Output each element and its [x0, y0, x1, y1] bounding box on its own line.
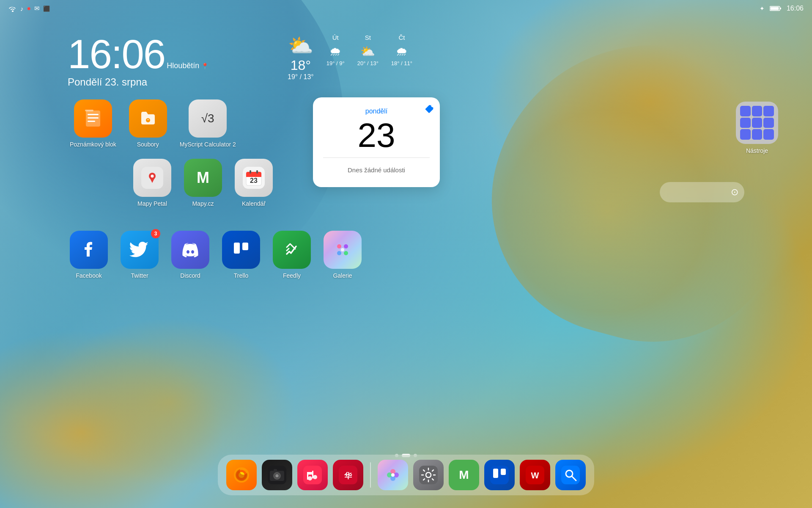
- nastroje-cell-9: [763, 129, 774, 140]
- dock-divider: [370, 462, 371, 488]
- dock-item-firefox[interactable]: [226, 460, 257, 490]
- tomato-icon: ●: [27, 5, 31, 12]
- dock-item-mapy[interactable]: M: [449, 460, 479, 490]
- app-item-feedly[interactable]: Feedly: [273, 231, 311, 279]
- dock-item-trello-dock[interactable]: [484, 460, 515, 490]
- dock-item-settings[interactable]: [413, 460, 444, 490]
- svg-point-34: [275, 474, 279, 478]
- dock-music-icon: [297, 460, 328, 490]
- calculator-icon: √3: [189, 99, 227, 138]
- weather-temp: 18°: [291, 58, 311, 73]
- calendar-app-icon: 23: [235, 159, 273, 197]
- weather-day-2: St ⛅ 20° / 13°: [357, 34, 379, 66]
- gallery-icon: [324, 231, 362, 269]
- svg-point-47: [391, 473, 395, 477]
- dock-trello-icon: [484, 460, 515, 490]
- svg-rect-40: [307, 472, 308, 480]
- svg-rect-2: [770, 7, 779, 10]
- nastroje-cell-1: [740, 106, 751, 116]
- clock-location: Hloubětín 📍: [167, 61, 208, 70]
- svg-point-22: [337, 244, 341, 248]
- svg-point-24: [337, 251, 341, 255]
- dock-right-section: M W: [378, 460, 586, 490]
- calendar-app-label: Kalendář: [242, 200, 266, 207]
- maps-cz-icon: M: [184, 159, 222, 197]
- calculator-label: MyScript Calculator 2: [180, 141, 236, 148]
- dock-huawei-icon: 华: [333, 460, 363, 490]
- app-item-calculator[interactable]: √3 MyScript Calculator 2: [180, 99, 236, 148]
- files-icon: [129, 99, 167, 138]
- search-bar[interactable]: ⊙: [660, 182, 744, 202]
- svg-rect-4: [88, 114, 99, 115]
- app-item-facebook[interactable]: Facebook: [70, 231, 108, 279]
- calendar-widget[interactable]: pondělí 23 Dnes žádné události: [313, 97, 440, 187]
- battery-icon: [770, 6, 782, 11]
- maps-cz-label: Mapy.cz: [192, 200, 214, 207]
- app-item-discord[interactable]: Discord: [171, 231, 209, 279]
- svg-rect-7: [85, 110, 93, 111]
- calendar-day-number: 23: [323, 119, 430, 152]
- calendar-divider: [323, 157, 430, 158]
- trello-icon: [222, 231, 260, 269]
- svg-point-26: [341, 248, 344, 251]
- clock-time: 16:06: [68, 34, 165, 75]
- svg-rect-21: [242, 243, 248, 250]
- dock-wps-icon: W: [520, 460, 550, 490]
- svg-point-38: [313, 475, 317, 479]
- nastroje-cell-6: [763, 118, 774, 128]
- nastroje-cell-8: [752, 129, 763, 140]
- gallery-label: Galerie: [333, 272, 352, 279]
- status-bar: ♪ ● ✉ ⬛ ✦ 16:06: [0, 0, 812, 17]
- svg-rect-50: [490, 466, 509, 484]
- weather-day-1: Út 🌧 19° / 9°: [326, 34, 345, 66]
- svg-rect-18: [250, 170, 251, 174]
- svg-rect-51: [493, 469, 498, 478]
- svg-rect-20: [234, 243, 240, 254]
- music-note-icon: ♪: [20, 5, 24, 12]
- dock-item-camera[interactable]: [262, 460, 292, 490]
- weather-widget: ⛅ 18° 19° / 13° Út 🌧 19° / 9° St ⛅ 20° /…: [288, 34, 412, 81]
- status-time: 16:06: [787, 5, 804, 12]
- feedly-label: Feedly: [283, 272, 301, 279]
- weather-today: ⛅ 18° 19° / 13°: [288, 34, 314, 81]
- svg-text:23: 23: [250, 177, 258, 184]
- app-item-trello[interactable]: Trello: [222, 231, 260, 279]
- app-row-3: Facebook 3 Twitter Discord: [70, 231, 362, 279]
- svg-rect-35: [274, 469, 277, 471]
- dock-item-music[interactable]: [297, 460, 328, 490]
- app-item-files[interactable]: Soubory: [129, 99, 167, 148]
- dock-settings-icon: [413, 460, 444, 490]
- clock-widget: 16:06 Hloubětín 📍 Pondělí 23. srpna: [68, 34, 208, 88]
- nastroje-cell-5: [752, 118, 763, 128]
- app-row-2: Mapy Petal M Mapy.cz 23: [133, 159, 273, 207]
- app-item-calendar[interactable]: 23 Kalendář: [235, 159, 273, 207]
- dock-item-search[interactable]: [555, 460, 586, 490]
- dock-mapy-icon: M: [449, 460, 479, 490]
- nastroje-cell-7: [740, 129, 751, 140]
- dock-item-wps[interactable]: W: [520, 460, 550, 490]
- dock-item-petal[interactable]: [378, 460, 408, 490]
- maps-petal-icon: [133, 159, 171, 197]
- svg-point-12: [151, 175, 154, 178]
- files-label: Soubory: [137, 141, 159, 148]
- facebook-label: Facebook: [76, 272, 102, 279]
- app-item-notes[interactable]: Poznámkový blok: [70, 99, 116, 148]
- app-item-twitter[interactable]: 3 Twitter: [121, 231, 159, 279]
- svg-rect-6: [88, 121, 95, 122]
- bluetooth-icon: ✦: [760, 5, 765, 12]
- feedly-icon: [273, 231, 311, 269]
- discord-label: Discord: [180, 272, 200, 279]
- svg-point-25: [344, 251, 348, 255]
- nastroje-widget-container[interactable]: Nástroje: [736, 102, 778, 154]
- notes-icon: [74, 99, 112, 138]
- app-item-maps-cz[interactable]: M Mapy.cz: [184, 159, 222, 207]
- dock-firefox-icon: [226, 460, 257, 490]
- calendar-day-name: pondělí: [323, 108, 430, 115]
- svg-rect-52: [501, 469, 506, 475]
- app-row-1: Poznámkový blok Soubory √3 MyScript Calc…: [70, 99, 287, 148]
- nastroje-label: Nástroje: [736, 147, 778, 154]
- app-item-gallery[interactable]: Galerie: [324, 231, 362, 279]
- dock-item-huawei[interactable]: 华: [333, 460, 363, 490]
- maps-petal-label: Mapy Petal: [137, 200, 167, 207]
- app-item-maps-petal[interactable]: Mapy Petal: [133, 159, 171, 207]
